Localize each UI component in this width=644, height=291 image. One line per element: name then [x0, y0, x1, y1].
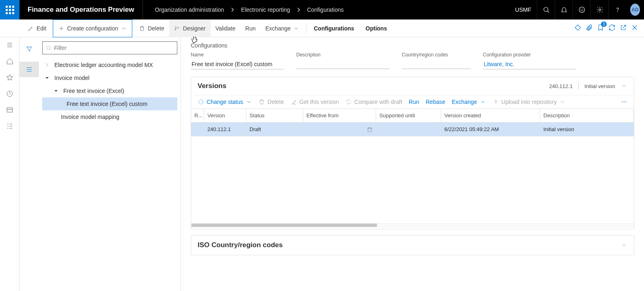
exchange-button[interactable]: Exchange: [261, 19, 304, 37]
breadcrumb: Organization administration Electronic r…: [143, 6, 344, 13]
cell-effective[interactable]: [303, 123, 376, 136]
chevron-down-icon: [121, 25, 127, 32]
horizontal-scrollbar[interactable]: [191, 223, 634, 227]
filter-input[interactable]: [54, 45, 174, 51]
svg-point-11: [622, 101, 622, 102]
more-button[interactable]: [621, 99, 627, 105]
smiley-icon: [578, 6, 586, 13]
change-status-button[interactable]: Change status: [198, 99, 252, 105]
modules-icon[interactable]: [6, 123, 13, 130]
popout-button[interactable]: [620, 24, 627, 32]
clock-icon[interactable]: [6, 90, 13, 97]
legal-entity[interactable]: USMF: [509, 6, 537, 13]
tree-node-invoice-mapping[interactable]: Invoice model mapping: [42, 110, 177, 123]
rebase-button[interactable]: Rebase: [426, 99, 445, 105]
avatar: AD: [630, 4, 640, 16]
pin-button[interactable]: [574, 24, 582, 32]
version-summary: 240.112.1: [549, 83, 573, 89]
designer-label: Designer: [183, 25, 206, 32]
exchange-label: Exchange: [265, 25, 291, 32]
breadcrumb-item[interactable]: Organization administration: [155, 6, 224, 13]
run-button[interactable]: Run: [240, 19, 261, 37]
delete-button[interactable]: Delete: [134, 19, 169, 37]
create-configuration-button[interactable]: Create configuration: [53, 19, 132, 37]
cell-desc: Initial version: [540, 123, 634, 136]
divider: [306, 23, 306, 34]
tree-node-fti-custom[interactable]: Free text invoice (Excel) custom: [42, 97, 177, 110]
svg-rect-14: [368, 127, 371, 131]
search-button[interactable]: [537, 0, 555, 19]
field-name: Name Free text invoice (Excel) custom: [191, 52, 284, 69]
refresh-icon: [608, 24, 616, 31]
tree-filter[interactable]: [42, 41, 177, 54]
col-effective[interactable]: Effective from: [303, 109, 376, 123]
svg-point-2: [581, 9, 581, 9]
workspace-icon[interactable]: [6, 106, 13, 114]
provider-value[interactable]: Litware, Inc.: [483, 59, 576, 69]
breadcrumb-item[interactable]: Electronic reporting: [241, 6, 290, 13]
name-label: Name: [191, 52, 284, 58]
config-tree: Electronic ledger accounting model MX In…: [42, 58, 177, 123]
app-launcher-button[interactable]: [0, 0, 19, 19]
svg-point-5: [617, 11, 618, 12]
col-supported[interactable]: Supported until: [376, 109, 441, 123]
versions-panel: Versions 240.112.1 Initial version Chang…: [191, 77, 634, 229]
attach-button[interactable]: [586, 24, 593, 32]
desc-value[interactable]: [296, 59, 390, 69]
col-version[interactable]: Version: [204, 109, 246, 123]
notifications-button[interactable]: [555, 0, 573, 19]
tree-node-invoice-model[interactable]: Invoice model: [42, 71, 177, 84]
close-button[interactable]: [631, 24, 638, 32]
cell-version: 240.112.1: [204, 123, 246, 136]
calendar-icon: [367, 127, 373, 132]
versions-toolbar: Change status Delete Get this version Co…: [191, 95, 634, 108]
messages-button[interactable]: 0: [597, 24, 604, 32]
col-status[interactable]: Status: [246, 109, 303, 123]
tree-node-fti-excel[interactable]: Free text invoice (Excel): [42, 84, 177, 97]
app-title: Finance and Operations Preview: [19, 0, 143, 19]
table-row[interactable]: 240.112.1 Draft 6/22/2021 05:49:22 AM In…: [191, 123, 634, 136]
scroll-thumb[interactable]: [192, 224, 377, 227]
tree-node-ledger-mx[interactable]: Electronic ledger accounting model MX: [42, 58, 177, 71]
edit-icon: [291, 99, 297, 105]
designer-button[interactable]: Designer: [169, 19, 211, 37]
col-r[interactable]: R...: [191, 109, 204, 123]
version-run-button[interactable]: Run: [409, 99, 419, 105]
validate-button[interactable]: Validate: [211, 19, 241, 37]
cell-r: [191, 123, 204, 136]
svg-point-1: [579, 7, 585, 13]
user-menu[interactable]: AD: [626, 0, 644, 19]
chevron-right-icon: [295, 6, 302, 13]
star-icon[interactable]: [6, 74, 13, 81]
chevron-down-icon: [293, 25, 299, 32]
badge-count: 0: [601, 22, 607, 27]
chevron-down-icon: [53, 88, 59, 94]
crc-value[interactable]: [402, 59, 471, 69]
topbar-right: USMF AD: [509, 0, 644, 19]
chevron-right-icon: [229, 6, 236, 13]
col-created[interactable]: Version created: [441, 109, 540, 123]
edit-button[interactable]: Edit: [23, 19, 51, 37]
list-tab[interactable]: [19, 62, 39, 77]
feedback-button[interactable]: [573, 0, 590, 19]
configurations-link[interactable]: Configurations: [308, 19, 360, 37]
hamburger-icon[interactable]: [6, 41, 13, 49]
chevron-down-icon: [559, 99, 566, 105]
options-link[interactable]: Options: [360, 19, 393, 37]
chevron-down-icon: [246, 99, 252, 105]
settings-button[interactable]: [590, 0, 608, 19]
breadcrumb-item[interactable]: Configurations: [307, 6, 344, 13]
filter-tab[interactable]: [19, 41, 39, 57]
chevron-right-icon: [44, 62, 50, 68]
versions-header[interactable]: Versions 240.112.1 Initial version: [191, 77, 634, 95]
version-exchange-button[interactable]: Exchange: [452, 99, 486, 105]
home-icon[interactable]: [6, 58, 13, 65]
refresh-button[interactable]: [608, 24, 616, 32]
name-value[interactable]: Free text invoice (Excel) custom: [191, 59, 284, 69]
col-desc[interactable]: Description: [540, 109, 634, 123]
iso-header[interactable]: ISO Country/region codes: [191, 235, 634, 255]
trash-icon: [139, 25, 145, 32]
help-button[interactable]: [608, 0, 626, 19]
top-bar: Finance and Operations Preview Organizat…: [0, 0, 644, 19]
tree-label: Free text invoice (Excel) custom: [67, 101, 147, 107]
